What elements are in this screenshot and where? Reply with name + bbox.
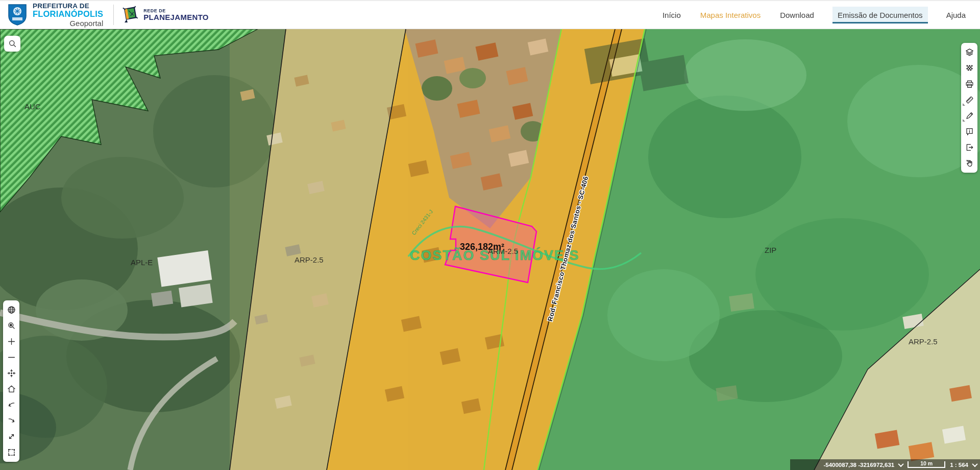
rede-planejamento-logo: REDE DE PLANEJAMENTO — [122, 6, 209, 24]
export-button[interactable] — [961, 139, 977, 155]
nav-mapas-interativos[interactable]: Mapas Interativos — [699, 7, 762, 24]
scale-ratio: 1 : 564 — [950, 462, 968, 468]
redo-icon — [7, 416, 16, 426]
logo-subtitle: Geoportal — [33, 19, 103, 27]
home-button[interactable] — [3, 381, 19, 397]
map-statusbar: -5400087,38 -3216972,631 10 m 1 : 564 — [790, 459, 980, 470]
pan-hand-icon — [965, 158, 974, 168]
undo-icon — [7, 400, 16, 410]
draw-button[interactable] — [961, 108, 977, 124]
zoom-extent-icon — [7, 321, 16, 331]
app-header: PREFEITURA DE FLORIANÓPOLIS Geoportal RE… — [0, 0, 980, 29]
logo-line1: PREFEITURA DE — [33, 3, 103, 10]
fullscreen-icon — [7, 432, 16, 441]
zoom-in-icon — [7, 337, 16, 346]
redo-button[interactable] — [3, 413, 19, 429]
print-button[interactable] — [961, 76, 977, 92]
scale-bar-label: 10 m — [920, 461, 933, 466]
home-icon — [7, 384, 16, 394]
logo-line2: FLORIANÓPOLIS — [33, 10, 103, 18]
zone-label-arp25-right: ARP-2.5 — [909, 337, 938, 346]
prefeitura-shield-icon — [7, 4, 28, 26]
globe-button[interactable] — [3, 302, 19, 318]
right-toolbar — [961, 43, 977, 173]
rede-planejamento-icon — [122, 6, 139, 24]
nav-inicio[interactable]: Início — [662, 7, 682, 24]
zoom-extent-button[interactable] — [3, 318, 19, 334]
left-toolbar — [3, 300, 19, 462]
feature-info-icon — [965, 127, 974, 136]
zone-label-arm25: ARM-2.5 — [488, 247, 518, 255]
center-map-button[interactable] — [3, 365, 19, 381]
search-panel — [4, 36, 20, 52]
zone-label-arp25-left: ARP-2.5 — [295, 255, 324, 264]
main-nav: Início Mapas Interativos Download Emissã… — [662, 7, 967, 24]
zoom-out-icon — [7, 353, 16, 362]
coordinates-chevron-down-icon[interactable] — [898, 461, 904, 466]
zoom-out-button[interactable] — [3, 349, 19, 365]
layers-icon — [965, 48, 974, 57]
export-document-icon — [965, 143, 974, 152]
coordinates-readout: -5400087,38 -3216972,631 — [823, 462, 894, 468]
submenu-corner — [963, 103, 965, 106]
undo-button[interactable] — [3, 397, 19, 413]
layers-button[interactable] — [961, 44, 977, 60]
map-viewport[interactable]: Creci 2431-J COSTÃO SUL IMÓVEIS AUC APL-… — [0, 29, 980, 470]
map-canvas: Creci 2431-J COSTÃO SUL IMÓVEIS AUC APL-… — [0, 29, 980, 470]
zone-label-auc: AUC — [24, 102, 41, 111]
submenu-corner — [963, 119, 965, 122]
draw-pencil-icon — [965, 111, 974, 121]
geoportal-app: PREFEITURA DE FLORIANÓPOLIS Geoportal RE… — [0, 0, 980, 470]
basemap-button[interactable] — [961, 60, 977, 76]
measure-ruler-icon — [965, 95, 974, 105]
basemap-grid-icon — [965, 63, 974, 73]
print-icon — [965, 79, 974, 89]
zone-label-apl-e: APL-E — [131, 258, 153, 267]
select-area-icon — [7, 448, 16, 457]
measure-button[interactable] — [961, 92, 977, 108]
nav-ajuda[interactable]: Ajuda — [945, 7, 967, 24]
search-icon — [8, 39, 17, 49]
select-area-button[interactable] — [3, 444, 19, 460]
zone-label-zip: ZIP — [765, 246, 776, 254]
center-map-icon — [7, 368, 16, 378]
fullscreen-button[interactable] — [3, 429, 19, 444]
partner-line2: PLANEJAMENTO — [143, 13, 209, 21]
globe-icon — [7, 305, 16, 315]
feature-info-button[interactable] — [961, 124, 977, 139]
prefeitura-logo: PREFEITURA DE FLORIANÓPOLIS Geoportal — [7, 3, 103, 27]
pan-button[interactable] — [961, 155, 977, 171]
search-button[interactable] — [4, 36, 20, 52]
zoom-in-button[interactable] — [3, 334, 19, 349]
header-divider — [113, 5, 114, 25]
scale-chevron-down-icon[interactable] — [972, 461, 977, 466]
nav-emissao-documentos[interactable]: Emissão de Documentos — [832, 7, 928, 24]
scale-bar: 10 m — [908, 461, 945, 468]
nav-download[interactable]: Download — [779, 7, 815, 24]
